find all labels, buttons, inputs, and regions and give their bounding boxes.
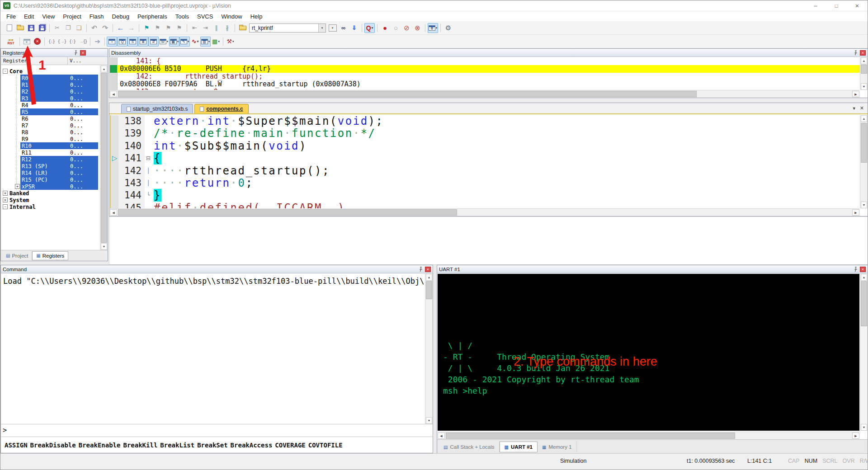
tree-expander-icon[interactable] <box>15 116 20 121</box>
separator[interactable] <box>425 24 425 32</box>
pin-icon[interactable] <box>853 267 859 272</box>
step-out-button[interactable]: {↑} <box>67 37 78 47</box>
tree-expander-icon[interactable]: + <box>3 191 8 196</box>
tree-expander-icon[interactable] <box>15 170 20 175</box>
scrollbar-thumb[interactable] <box>861 281 867 326</box>
pin-icon[interactable] <box>418 267 424 272</box>
fold-marker[interactable] <box>145 140 152 152</box>
exec-marker-margin[interactable] <box>110 57 118 65</box>
register-row[interactable]: + xPSR 0... <box>1 183 99 190</box>
register-row[interactable]: R8 0... <box>1 129 99 136</box>
register-row[interactable]: R14 (LR) 0... <box>1 169 99 176</box>
tree-expander-icon[interactable]: - <box>3 69 8 74</box>
separator[interactable] <box>440 24 441 32</box>
UART #1[interactable]: ▥ UART #1 <box>500 442 538 452</box>
disable-all-breakpoints-button[interactable]: ⊘ <box>401 23 412 33</box>
register-row[interactable]: R10 0... <box>1 142 99 149</box>
run-button[interactable]: ▸ <box>22 37 32 47</box>
command-window-toggle[interactable]: > <box>107 37 117 47</box>
registers-window-toggle[interactable]: ≣ <box>138 37 148 47</box>
BreakKill[interactable]: BreakKill <box>123 442 157 449</box>
uart-vertical-scrollbar[interactable] <box>860 274 868 431</box>
close-button[interactable] <box>847 0 868 11</box>
scrollbar-thumb[interactable] <box>101 73 107 243</box>
Project[interactable]: ▤ Project <box>2 251 32 260</box>
separator[interactable] <box>113 24 113 32</box>
tree-expander-icon[interactable]: + <box>15 184 20 189</box>
scrollbar-thumb[interactable] <box>118 91 697 97</box>
minimize-button[interactable] <box>805 0 826 11</box>
maximize-button[interactable] <box>826 0 847 11</box>
editor-horizontal-scrollbar[interactable] <box>110 208 859 216</box>
register-row[interactable]: R9 0... <box>1 136 99 142</box>
step-over-button[interactable]: {→} <box>57 37 67 47</box>
register-row[interactable]: R2 0... <box>1 88 99 95</box>
cut-button[interactable]: ✂ <box>52 23 62 33</box>
scrollbar-thumb[interactable] <box>861 65 867 74</box>
scroll-down-icon[interactable] <box>101 243 107 250</box>
separator[interactable] <box>362 24 362 32</box>
execution-marker[interactable] <box>111 127 118 140</box>
tree-expander-icon[interactable] <box>15 109 20 114</box>
separator[interactable] <box>90 38 90 46</box>
redo-button[interactable]: ↷ <box>100 23 110 33</box>
scrollbar-thumb[interactable] <box>446 432 735 439</box>
unindent-button[interactable]: ⇤ <box>189 23 200 33</box>
tree-expander-icon[interactable] <box>15 136 20 141</box>
scroll-up-icon[interactable] <box>861 57 867 64</box>
ASSIGN[interactable]: ASSIGN <box>5 442 28 449</box>
close-panel-icon[interactable] <box>860 50 866 56</box>
bookmark-prev-button[interactable]: ⚑ <box>163 23 174 33</box>
Project[interactable]: Project <box>59 12 85 21</box>
fold-marker[interactable]: └ <box>145 189 152 202</box>
BreakSet[interactable]: BreakSet <box>197 442 227 449</box>
scroll-right-icon[interactable] <box>852 91 859 97</box>
tree-expander-icon[interactable] <box>15 143 20 148</box>
scroll-up-icon[interactable] <box>426 274 432 281</box>
memory-window-dropdown[interactable]: ▦▾ <box>169 37 179 47</box>
debug-windows-dropdown[interactable]: ≣▾ <box>428 23 438 33</box>
exec-marker-margin[interactable] <box>110 80 118 88</box>
register-row[interactable]: R11 0... <box>1 149 99 156</box>
tree-expander-icon[interactable]: + <box>3 197 8 202</box>
separator[interactable] <box>49 24 50 32</box>
fold-marker[interactable]: ⊟ <box>145 152 152 164</box>
register-row[interactable]: R1 0... <box>1 81 99 88</box>
tree-expander-icon[interactable] <box>15 96 20 101</box>
tree-expander-icon[interactable] <box>15 150 20 155</box>
tree-expander-icon[interactable] <box>15 130 20 135</box>
call-stack-window-toggle[interactable]: ⇵ <box>148 37 159 47</box>
show-next-statement-button[interactable]: ➔ <box>92 37 103 47</box>
paste-button[interactable]: ❑ <box>74 23 84 33</box>
scrollbar-thumb[interactable] <box>118 209 457 216</box>
scroll-right-icon[interactable] <box>852 209 859 216</box>
bookmark-next-button[interactable]: ⚑ <box>152 23 163 33</box>
scroll-up-icon[interactable] <box>101 66 107 72</box>
uart-horizontal-scrollbar[interactable] <box>438 432 859 439</box>
fold-marker[interactable]: │ <box>145 165 152 177</box>
watch-window-dropdown[interactable]: W▾ <box>159 37 169 47</box>
save-button[interactable] <box>26 23 36 33</box>
pin-icon[interactable] <box>73 50 79 56</box>
register-row[interactable]: + System <box>1 197 99 203</box>
scroll-left-icon[interactable] <box>110 91 117 97</box>
scroll-down-icon[interactable] <box>861 202 867 208</box>
disassembly-vertical-scrollbar[interactable] <box>860 57 868 90</box>
separator[interactable] <box>104 38 105 46</box>
editor-vertical-scrollbar[interactable] <box>860 115 868 208</box>
command-vertical-scrollbar[interactable] <box>425 274 433 424</box>
close-panel-icon[interactable] <box>860 267 866 272</box>
fold-marker[interactable] <box>145 127 152 140</box>
scrollbar-thumb[interactable] <box>426 281 432 299</box>
register-row[interactable]: R15 (PC) 0... <box>1 176 99 183</box>
Call Stack + Locals[interactable]: ▤ Call Stack + Locals <box>439 442 500 452</box>
BreakAccess[interactable]: BreakAccess <box>231 442 273 449</box>
exec-marker-margin[interactable] <box>110 73 118 80</box>
Flash[interactable]: Flash <box>85 12 108 21</box>
scroll-left-icon[interactable] <box>438 432 445 439</box>
symbol-window-toggle[interactable]: S <box>127 37 138 47</box>
File[interactable]: File <box>2 12 20 21</box>
register-row[interactable]: R3 0... <box>1 95 99 102</box>
editor-code-lines[interactable]: 138extern·int·$Super$$main(void);139/*·r… <box>110 115 859 208</box>
scroll-up-icon[interactable] <box>861 274 867 281</box>
